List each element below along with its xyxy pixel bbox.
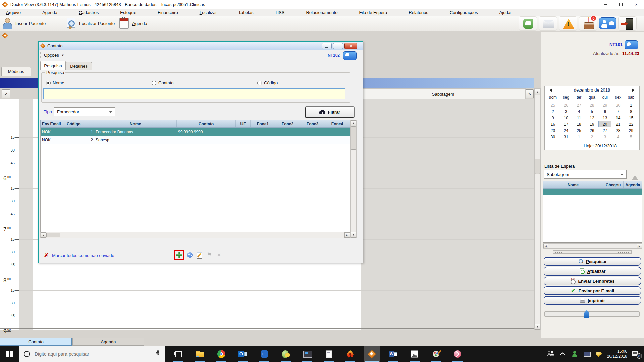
maximize-button[interactable] [613,0,629,9]
scroll-left-button[interactable]: < [2,89,10,98]
menu-cadastros[interactable]: Cadastros [77,10,100,15]
edit-note-icon[interactable] [196,251,203,259]
contacts-icon[interactable] [625,40,638,49]
menu-relacionamento[interactable]: Relacionamento [305,10,339,15]
scroll-right-button[interactable]: ► [344,232,350,238]
dialog-close-button[interactable]: × [344,43,357,49]
contacts-icon[interactable] [343,51,357,60]
column-header-uf[interactable]: UF [236,120,251,127]
calendar-day[interactable]: 31 [559,134,573,140]
calendar-day[interactable]: 27 [573,102,586,108]
column-header-codigo[interactable]: Código [65,120,94,127]
menu-configuracoes[interactable]: Configurações [448,10,479,15]
balloon-icon[interactable] [595,350,602,358]
minimize-button[interactable] [598,0,613,9]
button-enviar-por-e-mail[interactable]: ✔Enviar por E-mail [544,286,641,295]
insert-patient-button[interactable]: Inserir Paciente [3,17,46,30]
table-row[interactable]: NOK1Fornecedor Bananas99 9999 9999 [41,128,350,136]
filtrar-button[interactable]: Filtrar [305,107,354,118]
calendar-day[interactable]: 11 [573,115,586,121]
microphone-icon[interactable] [156,350,160,355]
taskview-icon[interactable] [170,346,186,362]
schedule-vscrollbar[interactable]: ▲ ▼ [534,88,541,330]
scroll-right-button[interactable]: > [526,89,534,98]
column-header-contato[interactable]: Contato [177,120,236,127]
menu-arquivo[interactable]: Arquivo [5,10,22,15]
button-atualizar[interactable]: Atualizar [544,267,641,276]
web-sync-icon[interactable] [186,251,194,259]
notepad-icon[interactable] [321,346,337,362]
calendar-day[interactable]: 4 [573,108,586,115]
paint-icon[interactable] [428,346,444,362]
button-pesquisar[interactable]: Pesquisar [544,257,641,266]
calendar-day[interactable]: 16 [546,121,559,127]
doctorview-icon[interactable] [364,346,380,362]
outlook-icon[interactable] [235,346,251,362]
calendar-day[interactable]: 5 [625,134,638,140]
toolbar-grip[interactable] [40,52,41,59]
calendar-day[interactable]: 25 [546,102,559,108]
calendar-day[interactable]: 30 [611,102,625,108]
calendar-day[interactable]: 14 [611,115,625,121]
today-label[interactable]: Hoje: 20/12/2018 [584,143,617,148]
calendar-day[interactable]: 8 [625,108,638,115]
calendar-day[interactable]: 29 [625,127,638,134]
tab-pesquisa[interactable]: Pesquisa [40,61,66,70]
bottom-tab-contato[interactable]: Contato [0,338,72,346]
calendar-day[interactable]: 21 [611,121,625,127]
calendar-day[interactable]: 24 [559,127,573,134]
column-header-fone2[interactable]: Fone2 [275,120,300,127]
panel-splitter[interactable] [553,250,632,254]
calendar-day[interactable]: 1 [573,134,586,140]
calendar-day[interactable]: 15 [625,115,638,121]
calendar-day[interactable]: 12 [585,115,598,121]
menu-tiss[interactable]: TISS [274,10,286,15]
options-menu[interactable]: Opções▼ [44,53,64,58]
mark-unsent-action[interactable]: Marcar todos como não enviado [52,253,114,258]
notification-center-icon[interactable]: 8 [632,350,641,358]
taskbar-search[interactable] [19,346,165,362]
tipo-select[interactable]: Fornecedor [54,107,115,116]
close-button[interactable]: × [629,0,644,9]
tab-detalhes[interactable]: Detalhes [66,62,92,70]
dialog-minimize-button[interactable] [322,43,332,49]
birthday-icon[interactable]: 0 [579,16,597,31]
next-month-button[interactable] [632,88,636,92]
word-icon[interactable] [385,346,401,362]
dialog-titlebar[interactable]: Contato [39,42,363,50]
calendar-day[interactable]: 3 [598,134,611,140]
warning-icon[interactable] [559,16,577,31]
calendar-day[interactable]: 22 [625,121,638,127]
calendar-day[interactable]: 29 [598,102,611,108]
scroll-down-button[interactable]: ▼ [535,324,540,330]
menu-ajuda[interactable]: Ajuda [498,10,512,15]
search-input[interactable] [35,351,142,357]
calendar-day-selected[interactable]: 20 [598,121,611,127]
table-hscrollbar[interactable]: ◄ ► [40,232,350,238]
photos-icon[interactable] [407,346,423,362]
column-header-fone1[interactable]: Fone1 [251,120,275,127]
radio-nome[interactable]: Nome [46,80,64,85]
scroll-left-button[interactable]: ◄ [41,232,46,238]
calendar-day[interactable]: 18 [573,121,586,127]
calendar-day[interactable]: 30 [546,134,559,140]
column-header-chegou[interactable]: Chegou [603,181,624,188]
search-input[interactable] [43,88,345,99]
scroll-up-button[interactable]: ▲ [351,120,356,126]
sms-icon[interactable] [519,16,537,31]
slider-thumb[interactable] [584,310,589,318]
calendar-day[interactable]: 7 [611,108,625,115]
dialog-maximize-button[interactable] [333,43,343,49]
menu-estoque[interactable]: Estoque [119,10,138,15]
teamviewer-icon[interactable] [256,346,272,362]
chrome-icon[interactable] [213,346,229,362]
people-icon[interactable] [547,350,554,358]
scroll-right-button[interactable]: ► [637,244,642,248]
exit-icon[interactable] [618,16,637,31]
calendar-day[interactable]: 26 [559,102,573,108]
zoom-slider[interactable] [544,311,640,317]
scroll-thumb[interactable] [351,126,356,150]
calendar-day[interactable]: 28 [611,127,625,134]
remove-icon[interactable]: × [215,251,223,259]
menu-agenda[interactable]: Agenda [41,10,59,15]
